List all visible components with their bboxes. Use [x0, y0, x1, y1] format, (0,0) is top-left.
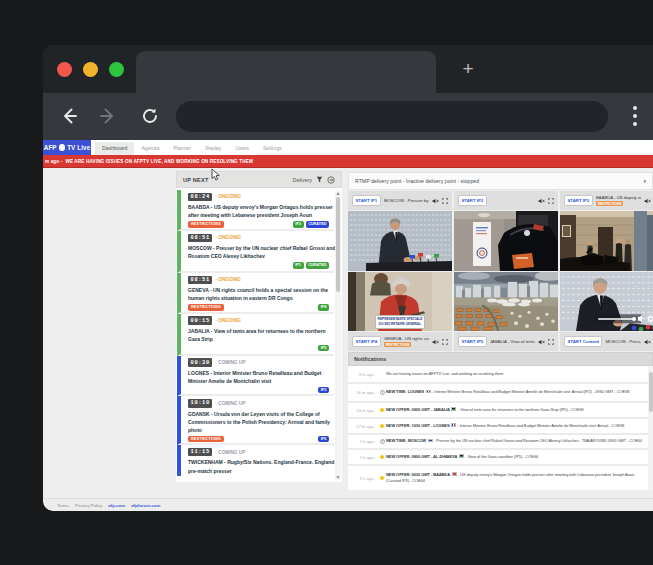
footer-link-afpforum[interactable]: afpforum.com — [131, 503, 160, 508]
footer-link-terms[interactable]: Terms — [57, 503, 69, 508]
scroll-down-icon[interactable]: ▼ — [335, 474, 341, 480]
notification-time: 27 m ago — [352, 424, 376, 429]
minimize-window-button[interactable] — [83, 62, 98, 77]
browser-menu-button[interactable] — [625, 101, 645, 131]
notification-row[interactable]: 1 h ago NEW TIME: MOSCOW- Presser by the… — [348, 435, 653, 450]
close-window-button[interactable] — [57, 62, 72, 77]
start-curated-button[interactable]: START Curated — [564, 336, 602, 347]
notification-row[interactable]: 16 m ago NEW TIME: LOGNES- Interior Mini… — [348, 384, 653, 403]
nav-item-planner[interactable]: Planner — [166, 142, 198, 155]
flag-fr-icon — [451, 423, 456, 426]
zoom-window-button[interactable] — [109, 62, 124, 77]
notification-headline: NEW OFFER: 0800 GMT - AL-DHAWIYA — [386, 454, 457, 459]
new-tab-button[interactable]: + — [458, 59, 478, 79]
muted-speaker-icon[interactable] — [432, 339, 439, 345]
alert-banner-message: WE ARE HAVING ISSUES ON AFPTV LIVE, AND … — [65, 159, 252, 164]
player-controls-row-bottom: START IP4 GENEVA - UN rights cou... REST… — [348, 332, 653, 351]
up-next-cards: 08:24 ONGOING BAABDA - US deputy envoy's… — [177, 190, 334, 476]
scrollbar-thumb[interactable] — [649, 372, 653, 412]
video-thumbnail-lobby-car[interactable] — [454, 211, 558, 271]
chevron-down-icon[interactable]: ▾ — [643, 178, 646, 184]
nav-item-dashboard[interactable]: Dashboard — [95, 142, 134, 155]
video-thumbnail-moscow-closeup[interactable] — [560, 272, 653, 331]
up-next-scrollbar[interactable]: ▲ ▼ — [335, 190, 341, 480]
notification-headline: NEW TIME: LOGNES — [386, 389, 424, 394]
up-next-item[interactable]: 09:15 ONGOING JABALIA - View of tents ar… — [177, 314, 334, 356]
filter-funnel-icon[interactable] — [316, 176, 323, 183]
notification-row[interactable]: 2 h ago NEW OFFER: 0630 GMT - BAABDA- US… — [348, 466, 653, 490]
player-title: BAABDA - US deputy en... — [596, 195, 641, 200]
notification-text: - Interior Minister Bruno Retailleau and… — [458, 423, 625, 428]
fullscreen-icon[interactable] — [548, 339, 554, 345]
event-title: TWICKENHAM - Rugby/Six Nations. England-… — [188, 458, 336, 474]
notifications-list: 9 m ago We are having issues on AFPTV Li… — [348, 366, 653, 490]
fullscreen-icon[interactable] — [548, 198, 554, 204]
collapse-panel-icon[interactable] — [327, 176, 335, 184]
fullscreen-icon[interactable] — [442, 339, 448, 345]
start-ip5-button[interactable]: START IP5 — [458, 336, 487, 347]
video-thumbnail-baabda-corridor[interactable] — [560, 211, 653, 271]
up-next-item[interactable]: 08:51 ONGOING MOSCOW - Presser by the UN… — [177, 231, 334, 273]
player-control-ip1: START IP1 MOSCOW - Presser by t... — [348, 191, 452, 210]
footer-link-privacy[interactable]: Privacy Policy — [75, 503, 102, 508]
back-button[interactable] — [54, 102, 82, 130]
up-next-item[interactable]: 11:15 COMING UP TWICKENHAM - Rugby/Six N… — [177, 445, 334, 476]
nav-item-users[interactable]: Users — [228, 142, 256, 155]
nav-item-settings[interactable]: Settings — [256, 142, 289, 155]
muted-speaker-icon[interactable] — [644, 198, 651, 204]
forward-button[interactable] — [95, 102, 123, 130]
browser-tab[interactable] — [136, 51, 436, 93]
player-title: GENEVA - UN rights cou... — [384, 336, 429, 341]
address-bar[interactable] — [176, 101, 608, 132]
notification-headline: NEW OFFER: 0630 GMT - BAABDA — [386, 472, 450, 477]
muted-speaker-icon[interactable] — [432, 198, 439, 204]
footer-link-afp[interactable]: afp.com — [108, 503, 125, 508]
notification-text: - View of tents area for returnees to th… — [458, 407, 584, 412]
notification-time: 24 m ago — [352, 408, 376, 413]
new-offer-dot-icon — [378, 476, 386, 480]
event-title: GDANSK - Ursula von der Leyen visits of … — [188, 410, 336, 435]
notification-row[interactable]: 9 m ago We are having issues on AFPTV Li… — [348, 366, 653, 384]
notification-text: - Presser by the UN nuclear chief Rafael… — [434, 438, 642, 443]
nav-item-replay[interactable]: Replay — [198, 142, 228, 155]
reload-button[interactable] — [136, 102, 164, 130]
start-ip2-button[interactable]: START IP2 — [458, 195, 487, 206]
scrollbar-thumb[interactable] — [336, 197, 340, 292]
up-next-item[interactable]: 08:51 ONGOING GENEVA - UN rights council… — [177, 273, 334, 314]
up-next-item[interactable]: 08:24 ONGOING BAABDA - US deputy envoy's… — [177, 190, 334, 231]
ip-badge: IP2 — [318, 387, 329, 393]
notification-headline: NEW OFFER: 1030 GMT - LOGNES — [386, 423, 450, 428]
event-status: COMING UP — [215, 360, 245, 365]
fullscreen-icon[interactable] — [442, 198, 448, 204]
delivery-point-header[interactable]: RTMP delivery point - Inactive delivery … — [348, 172, 653, 190]
ip-badge: IP3 — [293, 221, 304, 227]
event-status: ONGOING — [215, 194, 241, 199]
logo-product-text: TV Live — [67, 144, 90, 151]
event-time-badge: 08:24 — [188, 193, 212, 202]
up-next-item[interactable]: 10:10 COMING UP GDANSK - Ursula von der … — [177, 396, 334, 445]
notification-row[interactable]: 1 h ago NEW OFFER: 0800 GMT - AL-DHAWIYA… — [348, 450, 653, 466]
notification-text: - Interior Minister Bruno Retailleau and… — [432, 389, 629, 394]
muted-speaker-icon[interactable] — [644, 339, 651, 345]
video-thumbnail-jabalia-aerial[interactable] — [454, 272, 558, 331]
notifications-scrollbar[interactable] — [648, 366, 653, 490]
start-ip3-button[interactable]: START IP3 — [564, 195, 593, 206]
muted-speaker-icon[interactable] — [538, 339, 545, 345]
notification-row[interactable]: 24 m ago NEW OFFER: 0920 GMT - JABALIA- … — [348, 403, 653, 419]
start-ip4-button[interactable]: START IP4 — [352, 336, 381, 347]
mouse-cursor — [211, 168, 220, 181]
start-ip1-button[interactable]: START IP1 — [352, 195, 381, 206]
flag-fr-icon — [426, 390, 431, 393]
delivery-filter-label[interactable]: Delivery — [293, 177, 312, 183]
video-thumbnail-geneva-presser[interactable]: REPRESENTANTE SPECIALE DU SECRETAIRE GEN… — [348, 272, 452, 331]
up-next-item[interactable]: 09:30 COMING UP LOGNES - Interior Minist… — [177, 356, 334, 397]
notification-time: 16 m ago — [352, 390, 376, 395]
video-thumbnail-moscow-wide[interactable] — [348, 211, 452, 271]
nav-item-agenda[interactable]: Agenda — [134, 142, 166, 155]
notifications-header: Notifications — [348, 352, 653, 366]
scroll-up-icon[interactable]: ▲ — [335, 190, 341, 196]
afp-tv-live-logo[interactable]: AFPTV Live — [43, 140, 91, 155]
muted-speaker-icon[interactable] — [538, 198, 545, 204]
new-offer-dot-icon — [378, 455, 386, 459]
notification-row[interactable]: 27 m ago NEW OFFER: 1030 GMT - LOGNES- I… — [348, 419, 653, 435]
